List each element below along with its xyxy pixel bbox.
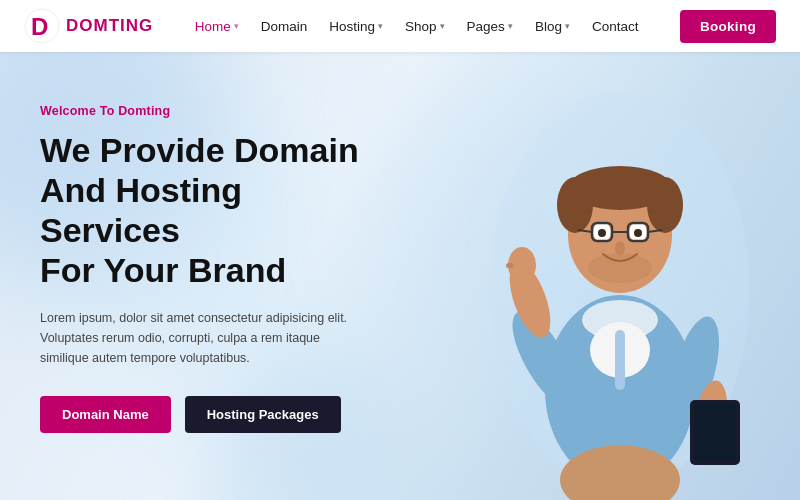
navbar: D DOMTING Home ▾ Domain Hosting ▾ Shop ▾ xyxy=(0,0,800,52)
person-svg xyxy=(470,80,770,500)
hero-title-line2: And Hosting Services xyxy=(40,171,242,249)
svg-point-21 xyxy=(588,253,652,283)
booking-button[interactable]: Booking xyxy=(680,10,776,43)
nav-item-home[interactable]: Home ▾ xyxy=(185,13,249,40)
nav-item-shop[interactable]: Shop ▾ xyxy=(395,13,455,40)
nav-link-domain[interactable]: Domain xyxy=(251,13,318,40)
domain-name-button[interactable]: Domain Name xyxy=(40,396,171,433)
hero-person-image xyxy=(470,80,770,500)
nav-link-blog[interactable]: Blog ▾ xyxy=(525,13,580,40)
svg-point-31 xyxy=(615,241,625,255)
hero-title: We Provide Domain And Hosting Services F… xyxy=(40,130,380,290)
nav-links: Home ▾ Domain Hosting ▾ Shop ▾ Pages ▾ xyxy=(185,13,649,40)
nav-link-hosting[interactable]: Hosting ▾ xyxy=(319,13,393,40)
logo-text: DOMTING xyxy=(66,16,153,36)
hosting-packages-button[interactable]: Hosting Packages xyxy=(185,396,341,433)
svg-rect-10 xyxy=(516,250,526,272)
chevron-down-icon: ▾ xyxy=(440,21,445,31)
chevron-down-icon: ▾ xyxy=(234,21,239,31)
svg-point-19 xyxy=(557,177,593,233)
svg-rect-6 xyxy=(615,330,625,390)
svg-point-30 xyxy=(634,229,642,237)
svg-point-20 xyxy=(647,177,683,233)
nav-item-hosting[interactable]: Hosting ▾ xyxy=(319,13,393,40)
svg-rect-11 xyxy=(506,263,514,268)
hero-section: Welcome To Domting We Provide Domain And… xyxy=(0,52,800,500)
hero-buttons: Domain Name Hosting Packages xyxy=(40,396,380,433)
nav-link-shop[interactable]: Shop ▾ xyxy=(395,13,455,40)
svg-text:D: D xyxy=(31,13,48,40)
hero-welcome-text: Welcome To Domting xyxy=(40,104,380,118)
nav-item-domain[interactable]: Domain xyxy=(251,13,318,40)
logo[interactable]: D DOMTING xyxy=(24,8,153,44)
nav-link-pages[interactable]: Pages ▾ xyxy=(457,13,523,40)
nav-link-home[interactable]: Home ▾ xyxy=(185,13,249,40)
chevron-down-icon: ▾ xyxy=(508,21,513,31)
logo-icon: D xyxy=(24,8,60,44)
nav-item-contact[interactable]: Contact xyxy=(582,13,649,40)
chevron-down-icon: ▾ xyxy=(565,21,570,31)
nav-item-blog[interactable]: Blog ▾ xyxy=(525,13,580,40)
hero-description: Lorem ipsum, dolor sit amet consectetur … xyxy=(40,308,370,368)
nav-link-contact[interactable]: Contact xyxy=(582,13,649,40)
hero-title-line3: For Your Brand xyxy=(40,251,286,289)
hero-title-line1: We Provide Domain xyxy=(40,131,359,169)
svg-point-29 xyxy=(598,229,606,237)
nav-item-pages[interactable]: Pages ▾ xyxy=(457,13,523,40)
hero-content: Welcome To Domting We Provide Domain And… xyxy=(0,52,420,433)
svg-rect-15 xyxy=(694,404,736,461)
chevron-down-icon: ▾ xyxy=(378,21,383,31)
